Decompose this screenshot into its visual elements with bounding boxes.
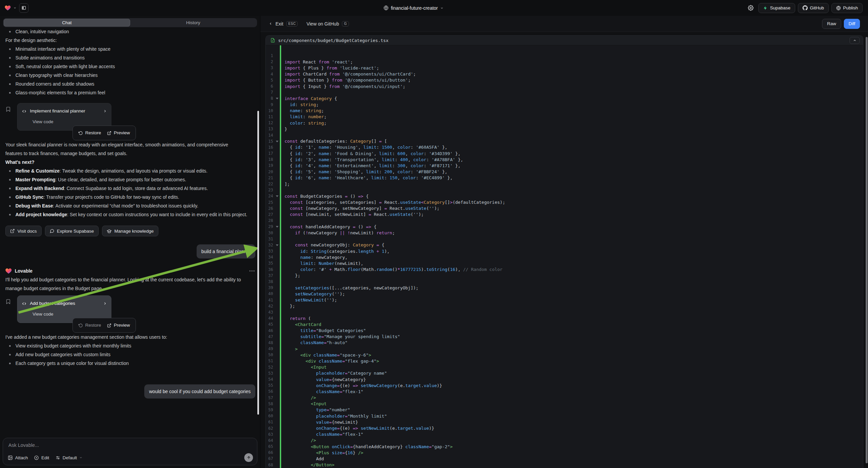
restore-button[interactable]: Restore	[76, 127, 103, 138]
step-title: Debug with Ease	[16, 203, 53, 208]
restore-button[interactable]: Restore	[76, 320, 103, 331]
tab-history[interactable]: History	[130, 19, 257, 27]
attach-button[interactable]: Attach	[8, 455, 28, 460]
chevron-right-icon	[103, 109, 107, 113]
user-message-row: would be cool if you could add budget ca…	[5, 384, 255, 399]
exit-label: Exit	[276, 21, 283, 27]
supabase-label: Supabase	[770, 5, 790, 10]
list-item: Expand with Backend: Connect Supabase to…	[5, 184, 255, 193]
chat-scrollbar[interactable]	[257, 111, 259, 415]
chat-input[interactable]	[8, 442, 242, 448]
added-section-intro: I've added a new budget categories manag…	[5, 333, 255, 342]
diff-toggle-button[interactable]: Diff	[844, 19, 860, 29]
logo-chevron-down-icon[interactable]	[13, 6, 17, 9]
assistant-reply-text: I'll help you add budget categories to t…	[5, 275, 250, 293]
fold-chevron-icon[interactable]	[276, 244, 278, 246]
step-desc: : Tweak the design, animations, and layo…	[59, 168, 207, 174]
chat-history-tabs: Chat History	[3, 18, 257, 27]
code-line: 30 if (!newCategory || !newLimit) return…	[266, 230, 863, 236]
view-code-link[interactable]: View code	[33, 117, 107, 126]
fold-chevron-icon[interactable]	[276, 141, 278, 142]
code-line: 61 value={newLimit}	[266, 419, 863, 425]
github-button[interactable]: GitHub	[798, 3, 829, 13]
publish-button[interactable]: Publish	[831, 3, 863, 13]
list-item: Add project knowledge: Set key context o…	[5, 210, 255, 219]
visit-docs-button[interactable]: Visit docs	[5, 226, 41, 236]
code-line: 14	[266, 132, 863, 138]
project-switcher[interactable]: financial-future-creator	[105, 5, 722, 11]
view-code-link[interactable]: View code	[33, 310, 107, 319]
lovable-logo-icon[interactable]	[5, 5, 11, 11]
file-path-row[interactable]: src/components/budget/BudgetCategories.t…	[266, 36, 863, 45]
chat-panel: Chat History Clean, intuitive navigation…	[0, 16, 260, 468]
version-card-title: Implement financial planner	[30, 107, 100, 116]
step-desc: : Connect Supabase to add login, store d…	[64, 186, 208, 191]
code-brackets-icon	[22, 301, 27, 306]
bookmark-icon[interactable]	[5, 107, 11, 112]
whats-next-heading: What's next?	[5, 158, 255, 167]
preview-button[interactable]: Preview	[105, 320, 132, 331]
code-line: 19 { id: '4', name: 'Entertainment', lim…	[266, 163, 863, 169]
version-card-row-1: Implement financial planner View code	[5, 103, 255, 140]
fold-chevron-icon[interactable]	[276, 226, 278, 228]
navigation-bullet-list: Clean, intuitive navigation	[5, 27, 255, 36]
send-button[interactable]	[244, 453, 253, 462]
code-line: 36 color: '#' + Math.floor(Math.random()…	[266, 267, 863, 273]
code-line: 39 setCategories([...categories, newCate…	[266, 285, 863, 291]
view-on-github-button[interactable]: View on GitHub G	[306, 21, 349, 27]
step-desc: : Use clear, detailed, and iterative pro…	[55, 177, 186, 182]
restore-icon	[79, 131, 83, 135]
code-editor[interactable]: 12import React from 'react';3import { Pl…	[266, 45, 863, 468]
version-actions-1: Restore Preview	[72, 125, 136, 140]
list-item: Debug with Ease: Activate our experiment…	[5, 201, 255, 210]
explore-supabase-button[interactable]: Explore Supabase	[45, 226, 99, 236]
exit-button[interactable]: Exit esc	[269, 21, 298, 27]
fold-chevron-icon[interactable]	[276, 195, 278, 197]
globe-icon	[383, 5, 389, 10]
code-line: 52 <Input	[266, 364, 863, 370]
code-line: 46 title="Budget Categories"	[266, 327, 863, 333]
code-line: 50 <div className="space-y-6">	[266, 352, 863, 358]
code-line: 23	[266, 187, 863, 193]
next-steps-list: Refine & Customize: Tweak the design, an…	[5, 167, 255, 219]
chevron-right-icon	[103, 301, 107, 305]
supabase-button[interactable]: Supabase	[758, 3, 795, 13]
code-line: 53 placeholder="Category name"	[266, 370, 863, 376]
collapse-file-button[interactable]	[849, 37, 860, 44]
code-line: 37 };	[266, 273, 863, 279]
view-on-github-label: View on GitHub	[306, 21, 339, 27]
code-line: 21 { id: '6', name: 'Healthcare', limit:…	[266, 175, 863, 181]
sidebar-toggle-button[interactable]	[19, 3, 29, 13]
code-line: 7	[266, 89, 863, 95]
planner-summary-text: Your sleek financial planner is now read…	[5, 140, 240, 158]
code-scrollbar[interactable]	[866, 37, 868, 463]
code-line: 8interface Category {	[266, 95, 863, 101]
code-line: 62 onChange={(e) => setNewLimit(e.target…	[266, 425, 863, 431]
code-line: 3import { Plus } from 'lucide-react';	[266, 65, 863, 71]
code-line: 33 id: String(categories.length + 1),	[266, 248, 863, 254]
target-icon	[34, 455, 39, 460]
raw-toggle-button[interactable]: Raw	[822, 19, 841, 29]
code-line: 57 />	[266, 395, 863, 401]
code-line: 65 <Button onClick={handleAddCategory} c…	[266, 443, 863, 449]
user-message-bubble: would be cool if you could add budget ca…	[144, 384, 255, 399]
preview-button[interactable]: Preview	[105, 127, 132, 138]
list-item: GitHub Sync: Transfer your project's cod…	[5, 193, 255, 201]
message-menu-icon[interactable]	[249, 270, 255, 272]
list-item: Glass-morphic elements for a premium fee…	[5, 88, 255, 97]
step-title: Master Prompting	[16, 177, 55, 182]
bookmark-icon[interactable]	[5, 299, 11, 304]
code-line: 45 <ChartCard	[266, 321, 863, 327]
fold-chevron-icon[interactable]	[276, 98, 278, 99]
composer-toolbar: Attach Edit Default	[8, 453, 253, 462]
sliders-icon	[55, 455, 60, 460]
design-bullet-list: Minimalist interface with plenty of whit…	[5, 45, 255, 97]
manage-knowledge-button[interactable]: Manage knowledge	[102, 226, 158, 236]
mode-label: Default	[63, 455, 77, 460]
settings-button[interactable]	[746, 3, 755, 13]
tab-chat[interactable]: Chat	[4, 19, 130, 27]
edit-mode-button[interactable]: Edit	[34, 455, 49, 460]
project-name: financial-future-creator	[391, 5, 438, 11]
model-selector[interactable]: Default	[55, 455, 83, 460]
code-line: 6import { Input } from '@/components/ui/…	[266, 83, 863, 89]
